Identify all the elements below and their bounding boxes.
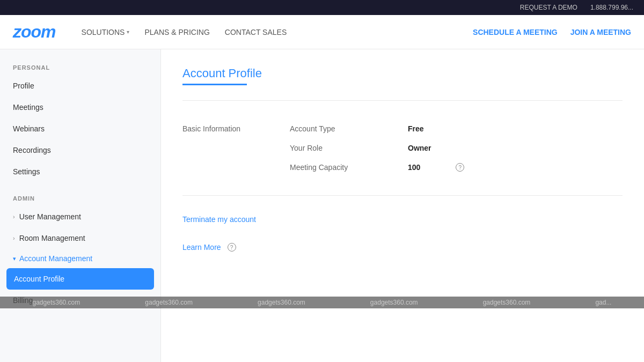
account-management-chevron-icon: ▾ xyxy=(13,255,16,262)
request-demo-link[interactable]: REQUEST A DEMO xyxy=(520,4,577,11)
info-fields: Account Type Free Your Role Owner Meetin… xyxy=(290,124,623,172)
page-title-underline xyxy=(182,84,247,85)
learn-more-help-icon[interactable]: ? xyxy=(228,243,236,252)
basic-info-section: Basic Information Account Type Free Your… xyxy=(182,112,623,184)
layout: PERSONAL Profile Meetings Webinars Recor… xyxy=(0,49,644,362)
join-meeting-link[interactable]: JOIN A MEETING xyxy=(570,28,631,36)
bottom-divider xyxy=(182,195,623,196)
top-bar: REQUEST A DEMO 1.888.799.96... xyxy=(0,0,644,15)
personal-section-label: PERSONAL xyxy=(0,60,160,75)
sidebar-item-recordings[interactable]: Recordings xyxy=(0,139,160,161)
meeting-capacity-row: Meeting Capacity 100 ? xyxy=(290,163,623,172)
meeting-capacity-label: Meeting Capacity xyxy=(290,163,376,172)
header: zoom SOLUTIONS ▾ PLANS & PRICING CONTACT… xyxy=(0,15,644,49)
sidebar-item-meetings[interactable]: Meetings xyxy=(0,97,160,118)
your-role-row: Your Role Owner xyxy=(290,144,623,152)
main-nav: SOLUTIONS ▾ PLANS & PRICING CONTACT SALE… xyxy=(82,28,456,36)
schedule-meeting-link[interactable]: SCHEDULE A MEETING xyxy=(473,28,558,36)
sidebar: PERSONAL Profile Meetings Webinars Recor… xyxy=(0,49,161,362)
user-management-chevron-icon: › xyxy=(13,213,15,220)
top-divider xyxy=(182,100,623,101)
zoom-logo[interactable]: zoom xyxy=(13,22,56,42)
sidebar-item-webinars[interactable]: Webinars xyxy=(0,118,160,139)
basic-info-label: Basic Information xyxy=(182,124,290,172)
nav-contact-sales[interactable]: CONTACT SALES xyxy=(225,28,287,36)
learn-more-link[interactable]: Learn More xyxy=(182,243,221,252)
your-role-label: Your Role xyxy=(290,144,376,152)
room-management-chevron-icon: › xyxy=(13,235,15,241)
account-type-row: Account Type Free xyxy=(290,124,623,133)
page-title: Account Profile xyxy=(182,67,623,80)
admin-section-label: ADMIN xyxy=(0,191,160,206)
sidebar-item-account-profile[interactable]: Account Profile xyxy=(6,268,154,290)
sidebar-item-profile[interactable]: Profile xyxy=(0,75,160,97)
header-actions: SCHEDULE A MEETING JOIN A MEETING xyxy=(473,28,631,36)
account-type-label: Account Type xyxy=(290,124,376,133)
meeting-capacity-help-icon[interactable]: ? xyxy=(456,163,464,172)
sidebar-item-user-management[interactable]: › User Management xyxy=(0,206,160,227)
your-role-value: Owner xyxy=(408,144,431,152)
sidebar-item-room-management[interactable]: › Room Management xyxy=(0,227,160,249)
sidebar-item-settings[interactable]: Settings xyxy=(0,161,160,182)
nav-solutions[interactable]: SOLUTIONS ▾ xyxy=(82,28,130,36)
account-type-value: Free xyxy=(408,124,424,133)
meeting-capacity-value: 100 xyxy=(408,163,420,172)
terminate-account-link[interactable]: Terminate my account xyxy=(182,215,256,224)
nav-plans-pricing[interactable]: PLANS & PRICING xyxy=(144,28,209,36)
phone-number: 1.888.799.96... xyxy=(590,4,633,11)
main-content: Account Profile Basic Information Accoun… xyxy=(161,49,644,362)
learn-more-section: Learn More ? xyxy=(182,243,623,252)
sidebar-account-management-toggle[interactable]: ▾ Account Management xyxy=(0,249,160,268)
solutions-chevron-icon: ▾ xyxy=(127,29,129,35)
sidebar-item-billing[interactable]: Billing xyxy=(0,290,160,311)
